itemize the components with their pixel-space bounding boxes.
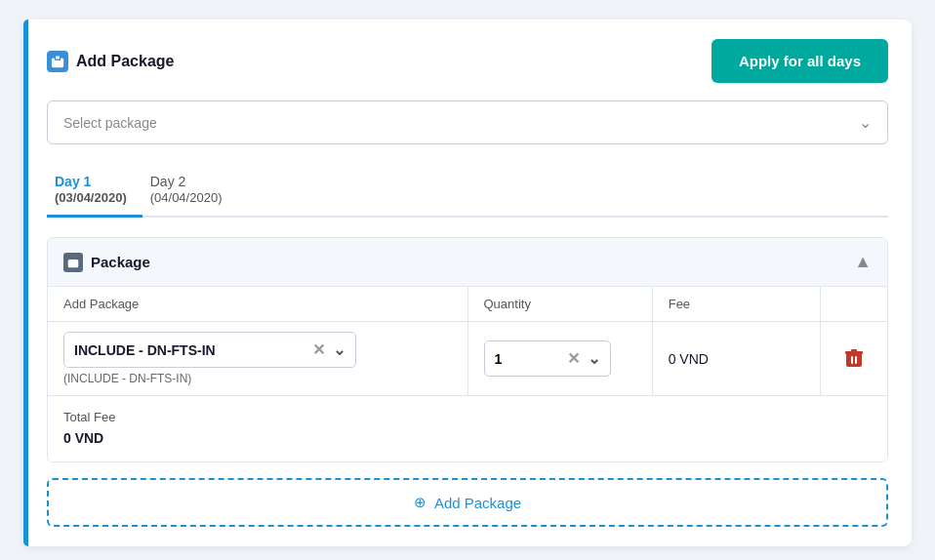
package-header-icon — [47, 51, 68, 72]
package-table: Add Package Quantity Fee INCLUDE - DN-FT… — [48, 287, 887, 396]
package-section-header: Package ▲ — [48, 238, 887, 287]
package-select-value: INCLUDE - DN-FTS-IN — [74, 342, 216, 358]
add-package-plus-icon: ⊕ — [414, 494, 427, 511]
tab-day1-label: Day 1 — [55, 174, 91, 189]
col-header-add-package: Add Package — [48, 287, 468, 322]
package-cell: INCLUDE - DN-FTS-IN ✕ ⌄ (INCLUDE - DN-FT… — [48, 322, 468, 396]
quantity-value: 1 — [495, 351, 503, 367]
tab-day1[interactable]: Day 1 (03/04/2020) — [47, 164, 142, 218]
add-package-label: Add Package — [434, 495, 521, 511]
tab-day2[interactable]: Day 2 (04/04/2020) — [142, 164, 238, 218]
fee-cell: 0 VND — [652, 322, 820, 396]
package-chevron-icon[interactable]: ⌄ — [333, 340, 346, 359]
delete-cell — [820, 322, 887, 396]
svg-rect-3 — [68, 260, 79, 267]
package-section-icon — [63, 253, 83, 272]
tab-day2-date: (04/04/2020) — [150, 190, 223, 205]
fee-value: 0 VND — [669, 351, 709, 367]
tabs-row: Day 1 (03/04/2020) Day 2 (04/04/2020) — [47, 164, 888, 218]
package-sub-label: (INCLUDE - DN-FTS-IN) — [63, 372, 452, 385]
main-container: Add Package Apply for all days Select pa… — [23, 20, 912, 546]
svg-rect-5 — [851, 356, 853, 364]
delete-row-button[interactable] — [836, 349, 872, 369]
quantity-chevron-icon[interactable]: ⌄ — [588, 349, 600, 368]
tab-day1-date: (03/04/2020) — [55, 190, 127, 205]
apply-for-all-days-button[interactable]: Apply for all days — [711, 39, 888, 83]
page-title-text: Add Package — [76, 53, 174, 70]
package-select-actions: ✕ ⌄ — [312, 340, 346, 359]
header-row: Add Package Apply for all days — [47, 39, 888, 83]
package-section: Package ▲ Add Package Quantity Fee INCLU… — [47, 237, 888, 462]
table-row: INCLUDE - DN-FTS-IN ✕ ⌄ (INCLUDE - DN-FT… — [48, 322, 887, 396]
svg-rect-1 — [55, 55, 60, 59]
quantity-select-input[interactable]: 1 ✕ ⌄ — [484, 340, 611, 377]
svg-rect-8 — [851, 349, 857, 352]
total-fee-value: 0 VND — [63, 430, 872, 446]
chevron-down-icon: ⌄ — [859, 113, 872, 132]
col-header-actions — [820, 287, 887, 322]
package-section-title: Package — [63, 253, 150, 272]
select-package-placeholder: Select package — [63, 115, 157, 131]
package-clear-icon[interactable]: ✕ — [312, 340, 325, 359]
svg-rect-6 — [855, 356, 857, 364]
page-title: Add Package — [47, 51, 174, 72]
col-header-quantity: Quantity — [468, 287, 652, 322]
total-fee-row: Total Fee 0 VND — [48, 396, 887, 461]
quantity-select-actions: ✕ ⌄ — [567, 349, 600, 368]
col-header-fee: Fee — [652, 287, 820, 322]
package-section-title-text: Package — [91, 254, 150, 270]
left-accent-border — [23, 20, 28, 546]
tab-day2-label: Day 2 — [150, 174, 186, 189]
select-package-row: Select package ⌄ — [47, 100, 888, 144]
quantity-cell: 1 ✕ ⌄ — [468, 322, 652, 396]
quantity-clear-icon[interactable]: ✕ — [567, 349, 580, 368]
svg-rect-4 — [846, 353, 862, 367]
collapse-icon[interactable]: ▲ — [854, 252, 872, 272]
add-package-button[interactable]: ⊕ Add Package — [47, 478, 888, 527]
total-fee-label: Total Fee — [63, 410, 872, 424]
package-select-input[interactable]: INCLUDE - DN-FTS-IN ✕ ⌄ — [63, 332, 356, 368]
select-package-dropdown[interactable]: Select package ⌄ — [47, 100, 888, 144]
